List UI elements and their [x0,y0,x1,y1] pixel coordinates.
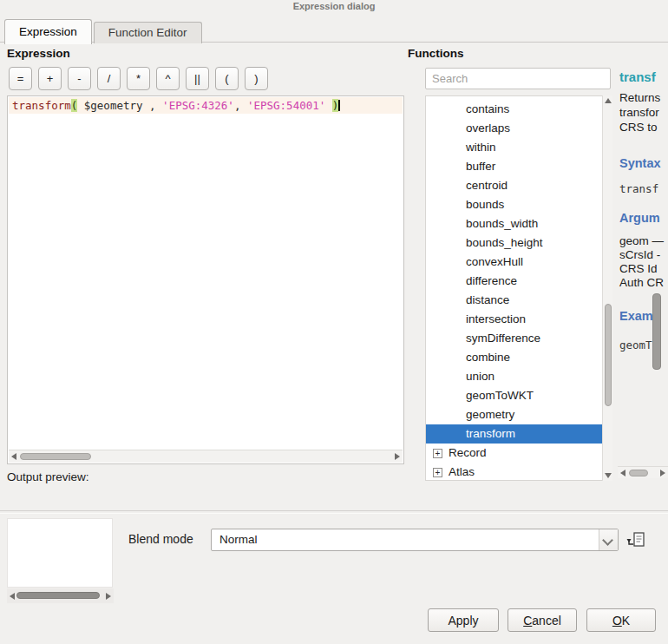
function-list-item[interactable]: bounds_width [426,214,603,233]
help-text-line: sCrsId - [619,248,664,262]
code-close-paren: ) [332,99,339,112]
scroll-down-icon[interactable] [605,473,612,478]
function-group-label: Record [449,444,487,463]
function-list-item[interactable]: symDifference [426,329,603,348]
cancel-button[interactable]: Cancel [508,608,577,632]
function-list-item[interactable]: convexHull [426,253,603,272]
operator-button[interactable]: * [127,67,150,90]
expand-plus-icon[interactable]: + [433,449,442,458]
section-divider [0,510,668,514]
output-preview-label: Output preview: [7,470,89,483]
function-list-item[interactable]: within [426,138,603,157]
editor-hscrollbar[interactable] [9,450,403,463]
expression-heading: Expression [7,47,70,60]
function-list-item[interactable]: geometry [426,405,603,424]
blend-mode-label: Blend mode [128,532,193,546]
search-input[interactable] [425,68,611,89]
chevron-down-icon [602,535,613,546]
operator-button[interactable]: - [68,67,91,90]
function-list-item[interactable]: union [426,367,603,386]
override-icon [626,529,647,550]
operator-button[interactable]: / [97,67,121,90]
code-space [325,99,332,112]
operator-button[interactable]: || [186,67,209,90]
code-argument: $geometry , [77,99,162,112]
scroll-left-icon[interactable] [10,593,15,600]
expression-editor[interactable]: transform( $geometry , 'EPSG:4326', 'EPS… [7,95,404,464]
function-list-item[interactable]: bounds [426,195,603,214]
scroll-right-icon[interactable] [106,593,111,600]
help-example-code: geomT [619,338,652,352]
function-list-item[interactable]: centroid [426,176,603,195]
operator-button[interactable]: = [9,67,32,90]
function-group-label: Atlas [449,463,475,481]
data-defined-override-button[interactable] [626,529,647,550]
help-function-title: transf [619,69,656,84]
function-list-item[interactable]: intersection [426,310,603,329]
help-arguments-heading: Argum [619,211,660,225]
function-list[interactable]: containsoverlapswithinbuffercentroidboun… [425,95,612,481]
help-text-line: Returns [619,90,660,105]
blend-mode-combobox[interactable]: Normal [211,529,619,551]
function-list-item[interactable]: difference [426,272,603,291]
scroll-left-icon[interactable] [11,453,16,460]
expression-code-line: transform( $geometry , 'EPSG:4326', 'EPS… [9,97,403,114]
operator-button[interactable]: ) [245,67,268,90]
function-list-item[interactable]: transform [426,424,603,444]
help-text-line: Auth CR [619,276,664,290]
code-separator: , [234,99,247,112]
operator-button[interactable]: ( [215,67,239,90]
help-vscroll-thumb[interactable] [652,293,661,370]
help-syntax-code: transf [619,182,658,195]
combobox-drop-section[interactable] [599,529,618,550]
function-group-item[interactable]: +Record [426,444,612,463]
editor-hscroll-thumb[interactable] [20,453,91,460]
function-list-item[interactable]: combine [426,348,603,367]
code-function-name: transform [12,99,71,112]
help-text-line: geom — [619,234,664,248]
help-hscrollbar[interactable] [618,466,668,478]
tab-bar: Expression Function Editor [4,18,204,43]
code-string-1: 'EPSG:4326' [162,99,234,112]
function-group-item[interactable]: +Atlas [426,463,612,481]
apply-button[interactable]: Apply [428,608,499,632]
help-text-line: CRS Id [619,262,664,276]
help-text-line: transfor [619,105,660,120]
function-list-scrollbar[interactable] [602,95,612,481]
operator-toolbar: =+-/*^||() [9,67,268,90]
help-description: ReturnstransforCRS to [619,90,660,135]
function-list-scroll-thumb[interactable] [605,304,612,406]
tab-expression[interactable]: Expression [4,19,92,44]
functions-heading: Functions [408,47,464,60]
expression-dialog: Expression dialog Expression Function Ed… [0,0,668,644]
help-hscroll-thumb[interactable] [629,470,648,476]
blend-mode-value: Normal [219,529,258,550]
preview-hscrollbar[interactable] [7,588,114,603]
scroll-right-icon[interactable] [660,470,665,476]
help-text-line: CRS to [619,120,660,135]
function-list-item[interactable]: buffer [426,157,603,176]
function-list-item[interactable]: contains [426,100,603,119]
code-string-2: 'EPSG:54001' [247,99,325,112]
help-syntax-heading: Syntax [619,156,661,170]
function-list-item[interactable]: distance [426,291,603,310]
function-list-item[interactable]: overlaps [426,119,603,138]
function-list-item[interactable]: bounds_height [426,233,603,253]
operator-button[interactable]: + [38,67,62,90]
preview-hscroll-thumb[interactable] [16,592,100,599]
help-arguments: geom —sCrsId -CRS IdAuth CR [619,234,664,290]
symbol-preview [7,518,113,588]
scroll-up-icon[interactable] [605,98,612,103]
scroll-left-icon[interactable] [620,470,625,476]
function-list-item[interactable]: geomToWKT [426,386,603,405]
text-cursor [338,100,340,111]
tab-function-editor[interactable]: Function Editor [94,22,202,43]
expand-plus-icon[interactable]: + [433,468,442,477]
ok-button[interactable]: OK [586,608,656,632]
window-title: Expression dialog [0,1,668,11]
operator-button[interactable]: ^ [156,67,180,90]
scroll-right-icon[interactable] [395,453,400,460]
